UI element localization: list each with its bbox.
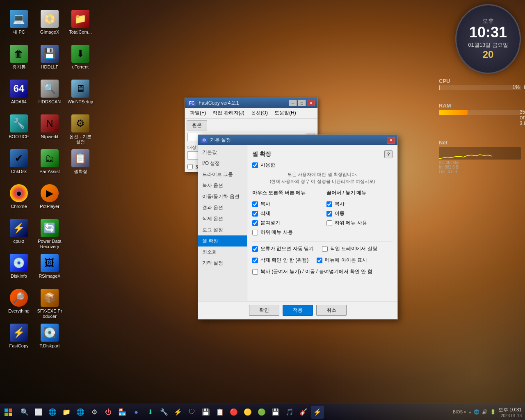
menu-move[interactable]: 이동/동기화 옵션 [198, 191, 247, 202]
menu-job[interactable]: 작업 관리자(J) [209, 109, 247, 117]
settings-close-btn[interactable]: ✕ [387, 137, 395, 144]
desktop-icon-chrome[interactable]: ●Chrome [4, 183, 34, 211]
desktop-icon-chkdsk[interactable]: ✔ChkDsk [4, 148, 34, 176]
include-checkbox[interactable] [187, 164, 193, 169]
taskbar-folder[interactable]: 📁 [60, 406, 73, 419]
apply-btn[interactable]: 적용 [283, 305, 313, 316]
menu-minimize[interactable]: 최소화 [198, 247, 247, 258]
taskbar-power[interactable]: ⏻ [102, 406, 115, 419]
dd-copy-checkbox[interactable] [326, 201, 332, 207]
rc-submenu-checkbox[interactable] [252, 230, 258, 235]
fastcopy-minimize-btn[interactable]: ─ [289, 100, 297, 106]
taskbar-search[interactable]: 🔍 [18, 406, 31, 419]
everything-label: Everything [8, 308, 30, 314]
rc-paste-checkbox[interactable] [252, 220, 258, 226]
taskbar-edge[interactable]: 🌐 [46, 406, 59, 419]
desktop-icon-shellext[interactable]: 📋셸확장 [66, 148, 95, 176]
desktop-icon-hddllf[interactable]: 💾HDDLLF [35, 43, 64, 71]
taskbar-app1[interactable]: 🔧 [158, 406, 171, 419]
taskbar-icons[interactable]: 🔍 ⬜ 🌐 📁 🌐 ⚙ ⏻ 🏪 ● ⬇ 🔧 ⚡ 🛡 💾 📋 🔴 🟡 🟢 💾 🎵 … [16, 406, 453, 419]
dd-move-checkbox[interactable] [326, 211, 332, 217]
help-btn[interactable]: ? [384, 150, 393, 158]
desktop-icon-ntpwedit[interactable]: NNtpwedit [35, 113, 64, 141]
dd-submenu-checkbox[interactable] [326, 220, 332, 226]
fastcopy-maximize-btn[interactable]: □ [298, 100, 306, 106]
desktop-icon-utorrent[interactable]: ⬇uTorrent [66, 43, 95, 71]
desktop-icon-mypc[interactable]: 💻내 PC [4, 8, 34, 37]
desktop-icon-gimagex[interactable]: 📀GImageX [35, 8, 64, 37]
fastcopy-toolbar[interactable]: 원본 [185, 119, 317, 132]
desktop-icon-rsimagex[interactable]: 🖼RSImageX [35, 252, 64, 281]
taskbar-arrow[interactable]: ⬇ [144, 406, 157, 419]
fastcopy-menubar[interactable]: 파일(F) 작업 관리자(J) 옵션(O) 도움말(H) [185, 108, 317, 119]
rc-paste-row: 붙여넣기 [252, 219, 318, 226]
ok-btn[interactable]: 확인 [249, 305, 279, 316]
use-checkbox[interactable] [252, 162, 258, 168]
desktop-icon-hddscan[interactable]: 🔍HDDSCAN [35, 78, 64, 106]
taskbar-network[interactable]: 🌐 [74, 406, 87, 419]
menu-icon-checkbox[interactable] [317, 258, 322, 263]
taskbar-app4[interactable]: 💾 [199, 406, 212, 419]
fastcopy-close-btn[interactable]: ✕ [307, 100, 315, 106]
desktop-icon-winntsetup[interactable]: 🖥WinNTSetup [66, 78, 95, 106]
desktop-icon-totalcmd[interactable]: 📁TotalCom... [66, 8, 95, 37]
menu-drive[interactable]: 드라이브 그룹 [198, 169, 247, 180]
taskbar-task[interactable]: ⬜ [32, 406, 45, 419]
fastcopy-title-icon: FC [187, 100, 196, 106]
taskbar[interactable]: 🔍 ⬜ 🌐 📁 🌐 ⚙ ⏻ 🏪 ● ⬇ 🔧 ⚡ 🛡 💾 📋 🔴 🟡 🟢 💾 🎵 … [0, 404, 525, 420]
start-button[interactable] [0, 404, 16, 420]
cancel-btn[interactable]: 취소 [316, 305, 347, 316]
desktop-icon-powerdata[interactable]: 🔄Power Data Recovery [35, 217, 64, 251]
desktop-icon-diskinfo[interactable]: 💿DiskInfo [4, 252, 34, 281]
rc-delete-checkbox[interactable] [252, 211, 258, 217]
desktop-icon-tdiskpart[interactable]: 💽T.Diskpart [35, 322, 64, 350]
desktop-icon-fastcopy[interactable]: ⚡FastCopy [4, 322, 34, 350]
taskbar-settings2[interactable]: ⚙ [88, 406, 101, 419]
taskbar-app10[interactable]: 🎸 [297, 406, 310, 419]
taskbar-store[interactable]: 🏪 [116, 406, 129, 419]
no-error-checkbox[interactable] [252, 246, 258, 252]
desktop-icon-recycle[interactable]: 🗑휴지통 [4, 43, 34, 71]
no-confirm-copy-checkbox[interactable] [252, 269, 258, 275]
menu-help[interactable]: 도움말(H) [271, 109, 299, 117]
taskbar-app6[interactable]: 🔴 [227, 406, 240, 419]
desktop-icon-options[interactable]: ⚙옵션 - 기본설정 [66, 113, 95, 146]
rc-copy-checkbox[interactable] [252, 201, 258, 207]
desktop-icon-cpuz[interactable]: ⚡cpu-z [4, 217, 34, 246]
desktop-icon-sfxexe[interactable]: 📦SFX-EXE Producer [35, 287, 64, 321]
taskbar-app3[interactable]: 🛡 [185, 406, 199, 419]
menu-other[interactable]: 기타 설정 [198, 258, 247, 269]
taskbar-floppy[interactable]: 💾 [269, 406, 282, 419]
settings-dialog[interactable]: ⚙ 기본 설정 ✕ 기본값 I/O 설정 드라이브 그룹 복사 옵션 이동/동기… [198, 135, 398, 320]
desktop-icon-potplayer[interactable]: ▶PotPlayer [35, 183, 64, 211]
taskbar-fastcopy[interactable]: ⚡ [311, 406, 324, 419]
sfxexe-icon: 📦 [41, 289, 59, 307]
taskbar-chrome[interactable]: ● [130, 406, 143, 419]
desktop-icon-bootice[interactable]: 🔧BOOTICE [4, 113, 34, 141]
taskbar-app2[interactable]: ⚡ [171, 406, 185, 419]
menu-copy[interactable]: 복사 옵션 [198, 180, 247, 191]
net-label: Net [439, 139, 521, 146]
menu-basic[interactable]: 기본값 [198, 147, 247, 158]
settings-buttons[interactable]: 확인 적용 취소 [198, 301, 397, 319]
fastcopy-controls[interactable]: ─ □ ✕ [289, 100, 315, 106]
taskbar-app7[interactable]: 🟡 [241, 406, 254, 419]
menu-file[interactable]: 파일(F) [187, 109, 209, 117]
taskbar-app5[interactable]: 📋 [213, 406, 226, 419]
source-btn[interactable]: 원본 [187, 120, 207, 130]
menu-shell[interactable]: 셸 확장 [198, 235, 247, 247]
menu-result[interactable]: 결과 옵션 [198, 202, 247, 213]
settings-body: 기본값 I/O 설정 드라이브 그룹 복사 옵션 이동/동기화 옵션 결과 옵션… [198, 145, 397, 301]
confirm-delete-checkbox[interactable] [252, 258, 258, 263]
desktop-icon-everything[interactable]: 🔎Everything [4, 287, 34, 315]
menu-io[interactable]: I/O 설정 [198, 158, 247, 169]
desktop-icon-partassist[interactable]: 🗂PartAssist [35, 148, 64, 176]
taskbar-app9[interactable]: 🎵 [283, 406, 296, 419]
desktop-icon-aida64[interactable]: 64AIDA64 [4, 78, 34, 106]
menu-delete[interactable]: 삭제 옵션 [198, 213, 247, 224]
menu-options[interactable]: 옵션(O) [248, 109, 271, 117]
tray-checkbox[interactable] [322, 246, 328, 252]
settings-menu[interactable]: 기본값 I/O 설정 드라이브 그룹 복사 옵션 이동/동기화 옵션 결과 옵션… [198, 145, 247, 301]
taskbar-app8[interactable]: 🟢 [255, 406, 268, 419]
menu-log[interactable]: 로그 설정 [198, 224, 247, 235]
